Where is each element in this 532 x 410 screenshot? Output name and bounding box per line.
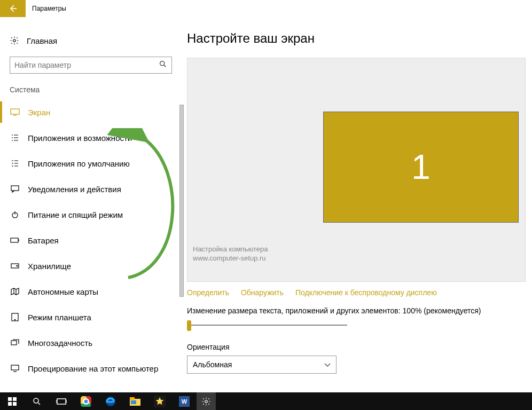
svg-rect-10	[11, 341, 17, 345]
taskbar-app-star[interactable]	[147, 392, 172, 410]
watermark: Настройка компьютера www.computer-setup.…	[193, 245, 268, 263]
link-wireless[interactable]: Подключение к беспроводному дисплею	[295, 288, 437, 297]
sidebar-item-label: Приложения и возможности	[28, 133, 132, 143]
sidebar-item-apps-features[interactable]: Приложения и возможности	[0, 125, 182, 151]
drive-icon	[10, 261, 20, 271]
taskbar-search[interactable]	[25, 392, 49, 410]
svg-rect-3	[11, 186, 19, 191]
sidebar-item-projecting[interactable]: Проецирование на этот компьютер	[0, 356, 182, 381]
svg-rect-5	[11, 238, 18, 242]
back-button[interactable]	[0, 0, 26, 17]
window-title: Параметры	[32, 5, 66, 12]
svg-rect-27	[131, 400, 136, 404]
start-button[interactable]	[0, 392, 25, 410]
tablet-icon	[10, 312, 20, 322]
link-identify[interactable]: Определить	[187, 288, 229, 297]
svg-rect-13	[13, 397, 17, 401]
sidebar-item-label: Батарея	[28, 236, 59, 245]
map-icon	[10, 286, 20, 297]
display-links: Определить Обнаружить Подключение к бесп…	[187, 288, 521, 297]
sidebar-item-label: Режим планшета	[28, 313, 91, 322]
taskbar-word[interactable]: W	[172, 392, 197, 410]
svg-point-7	[17, 265, 18, 266]
monitor-icon	[10, 107, 20, 117]
orientation-value: Альбомная	[193, 360, 232, 369]
sidebar-item-multitasking[interactable]: Многозадачность	[0, 330, 182, 356]
sidebar-item-power-sleep[interactable]: Питание и спящий режим	[0, 202, 182, 227]
svg-text:W: W	[182, 398, 187, 405]
sidebar-item-notifications[interactable]: Уведомления и действия	[0, 176, 182, 202]
scale-slider[interactable]	[187, 320, 347, 331]
chevron-down-icon	[324, 360, 331, 369]
sidebar-category: Система	[0, 82, 182, 99]
power-icon	[10, 209, 20, 220]
taskbar-chrome[interactable]	[74, 392, 98, 410]
settings-list-icon	[10, 158, 20, 169]
sidebar-scrollbar[interactable]	[179, 105, 184, 393]
taskbar: W	[0, 392, 532, 410]
svg-point-31	[205, 400, 208, 403]
chat-icon	[10, 184, 20, 194]
orientation-label: Ориентация	[187, 343, 521, 351]
sidebar-item-default-apps[interactable]: Приложения по умолчанию	[0, 151, 182, 176]
sidebar-item-label: Автономные карты	[28, 287, 98, 296]
task-view[interactable]	[49, 392, 74, 410]
search-icon	[159, 60, 167, 70]
svg-rect-15	[13, 402, 17, 406]
svg-rect-11	[11, 365, 19, 370]
scale-label: Изменение размера текста, приложений и д…	[187, 306, 521, 315]
slider-track	[187, 325, 347, 326]
titlebar: Параметры	[0, 0, 532, 17]
main-content: Настройте ваш экран 1 Настройка компьюте…	[187, 17, 532, 392]
battery-icon	[10, 235, 20, 246]
svg-point-1	[160, 61, 165, 66]
sidebar-item-storage[interactable]: Хранилище	[0, 253, 182, 279]
sidebar-item-battery[interactable]: Батарея	[0, 227, 182, 253]
multitask-icon	[10, 337, 20, 348]
sidebar-item-label: Экран	[28, 108, 50, 117]
list-icon	[10, 132, 20, 143]
sidebar-item-label: Приложения по умолчанию	[28, 159, 130, 168]
taskbar-settings[interactable]	[197, 392, 216, 410]
orientation-select[interactable]: Альбомная	[187, 356, 337, 374]
sidebar-item-offline-maps[interactable]: Автономные карты	[0, 279, 182, 304]
slider-thumb[interactable]	[187, 320, 191, 331]
sidebar-item-label: Хранилище	[28, 262, 71, 271]
svg-rect-8	[12, 313, 18, 321]
svg-rect-26	[130, 397, 135, 400]
search-input-box[interactable]	[10, 57, 172, 74]
svg-point-16	[34, 398, 38, 403]
taskbar-edge[interactable]	[98, 392, 123, 410]
svg-rect-17	[57, 399, 66, 404]
sidebar-item-tablet-mode[interactable]: Режим планшета	[0, 304, 182, 330]
search-input[interactable]	[14, 61, 159, 69]
link-detect[interactable]: Обнаружить	[241, 288, 284, 297]
sidebar-item-label: Проецирование на этот компьютер	[28, 364, 158, 373]
page-title: Настройте ваш экран	[187, 31, 521, 46]
svg-rect-2	[11, 109, 19, 114]
project-icon	[10, 363, 20, 374]
sidebar-item-label: Питание и спящий режим	[28, 210, 123, 219]
sidebar: Главная Система Экран Приложения и возмо…	[0, 17, 182, 392]
gear-icon	[10, 36, 19, 45]
scrollbar-thumb[interactable]	[179, 105, 184, 297]
home-label: Главная	[27, 36, 57, 45]
sidebar-item-display[interactable]: Экран	[0, 99, 182, 125]
svg-rect-14	[8, 402, 12, 406]
svg-rect-12	[8, 397, 12, 401]
home-link[interactable]: Главная	[0, 30, 182, 51]
sidebar-item-label: Многозадачность	[28, 338, 92, 348]
sidebar-item-label: Уведомления и действия	[28, 185, 121, 194]
monitor-number: 1	[411, 147, 431, 187]
taskbar-explorer[interactable]	[123, 392, 147, 410]
svg-point-0	[13, 40, 16, 42]
svg-point-9	[14, 319, 15, 320]
monitor-tile-1[interactable]: 1	[323, 112, 519, 223]
display-preview: 1 Настройка компьютера www.computer-setu…	[187, 58, 526, 282]
